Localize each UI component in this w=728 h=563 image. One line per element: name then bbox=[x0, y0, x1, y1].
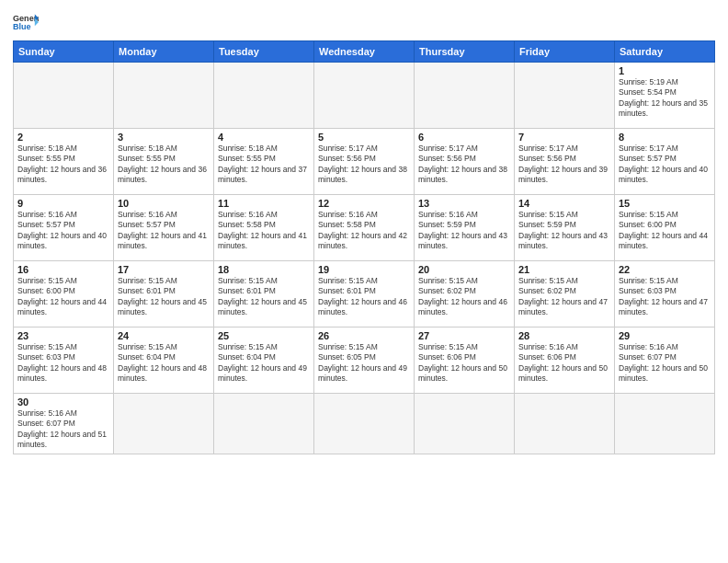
calendar-day bbox=[114, 63, 214, 129]
logo-icon: General Blue bbox=[13, 9, 39, 35]
day-info: Sunrise: 5:15 AM Sunset: 6:05 PM Dayligh… bbox=[318, 342, 410, 385]
day-number: 29 bbox=[619, 330, 711, 341]
day-number: 1 bbox=[619, 65, 711, 76]
day-info: Sunrise: 5:19 AM Sunset: 5:54 PM Dayligh… bbox=[619, 77, 711, 120]
day-number: 16 bbox=[17, 264, 109, 275]
calendar-header-friday: Friday bbox=[515, 41, 615, 63]
calendar-day bbox=[214, 394, 314, 454]
calendar-day: 9Sunrise: 5:16 AM Sunset: 5:57 PM Daylig… bbox=[14, 195, 114, 261]
day-number: 5 bbox=[318, 132, 410, 143]
day-number: 2 bbox=[17, 132, 109, 143]
calendar-day: 30Sunrise: 5:16 AM Sunset: 6:07 PM Dayli… bbox=[14, 394, 114, 454]
calendar-day bbox=[415, 394, 515, 454]
calendar-week-3: 16Sunrise: 5:15 AM Sunset: 6:00 PM Dayli… bbox=[14, 261, 715, 327]
day-info: Sunrise: 5:15 AM Sunset: 6:03 PM Dayligh… bbox=[17, 342, 109, 385]
calendar-day: 15Sunrise: 5:15 AM Sunset: 6:00 PM Dayli… bbox=[615, 195, 715, 261]
calendar-day: 7Sunrise: 5:17 AM Sunset: 5:56 PM Daylig… bbox=[515, 129, 615, 195]
calendar-header-saturday: Saturday bbox=[615, 41, 715, 63]
day-info: Sunrise: 5:18 AM Sunset: 5:55 PM Dayligh… bbox=[118, 144, 210, 186]
day-info: Sunrise: 5:17 AM Sunset: 5:56 PM Dayligh… bbox=[318, 144, 410, 186]
day-info: Sunrise: 5:16 AM Sunset: 5:57 PM Dayligh… bbox=[17, 210, 109, 252]
calendar-day bbox=[515, 63, 615, 129]
calendar-day: 23Sunrise: 5:15 AM Sunset: 6:03 PM Dayli… bbox=[14, 327, 114, 394]
calendar-day bbox=[314, 394, 415, 454]
calendar-header-row: SundayMondayTuesdayWednesdayThursdayFrid… bbox=[14, 41, 715, 63]
day-number: 27 bbox=[418, 330, 510, 341]
calendar-day: 13Sunrise: 5:16 AM Sunset: 5:59 PM Dayli… bbox=[415, 195, 515, 261]
day-number: 13 bbox=[418, 198, 510, 209]
day-number: 20 bbox=[418, 264, 510, 275]
calendar-day: 20Sunrise: 5:15 AM Sunset: 6:02 PM Dayli… bbox=[415, 261, 515, 327]
day-info: Sunrise: 5:16 AM Sunset: 6:07 PM Dayligh… bbox=[17, 408, 109, 451]
calendar-week-1: 2Sunrise: 5:18 AM Sunset: 5:55 PM Daylig… bbox=[14, 129, 715, 195]
calendar-day: 21Sunrise: 5:15 AM Sunset: 6:02 PM Dayli… bbox=[515, 261, 615, 327]
day-info: Sunrise: 5:15 AM Sunset: 6:06 PM Dayligh… bbox=[418, 342, 510, 385]
calendar-week-0: 1Sunrise: 5:19 AM Sunset: 5:54 PM Daylig… bbox=[14, 63, 715, 129]
day-number: 10 bbox=[118, 198, 210, 209]
svg-text:Blue: Blue bbox=[13, 22, 31, 31]
day-info: Sunrise: 5:15 AM Sunset: 6:00 PM Dayligh… bbox=[619, 210, 711, 252]
header: General Blue bbox=[13, 9, 715, 35]
day-number: 26 bbox=[318, 330, 410, 341]
calendar-header-wednesday: Wednesday bbox=[314, 41, 415, 63]
day-number: 4 bbox=[218, 132, 310, 143]
calendar-day: 1Sunrise: 5:19 AM Sunset: 5:54 PM Daylig… bbox=[615, 63, 715, 129]
day-info: Sunrise: 5:15 AM Sunset: 6:01 PM Dayligh… bbox=[118, 276, 210, 318]
calendar-day: 25Sunrise: 5:15 AM Sunset: 6:04 PM Dayli… bbox=[214, 327, 314, 394]
day-number: 15 bbox=[619, 198, 711, 209]
calendar-day bbox=[314, 63, 415, 129]
day-number: 21 bbox=[518, 264, 610, 275]
calendar-header-thursday: Thursday bbox=[415, 41, 515, 63]
calendar-day: 29Sunrise: 5:16 AM Sunset: 6:07 PM Dayli… bbox=[615, 327, 715, 394]
day-info: Sunrise: 5:15 AM Sunset: 6:03 PM Dayligh… bbox=[619, 276, 711, 318]
calendar-day: 4Sunrise: 5:18 AM Sunset: 5:55 PM Daylig… bbox=[214, 129, 314, 195]
calendar-day: 26Sunrise: 5:15 AM Sunset: 6:05 PM Dayli… bbox=[314, 327, 415, 394]
calendar-day bbox=[615, 394, 715, 454]
page: General Blue SundayMondayTuesdayWednesda… bbox=[0, 0, 728, 563]
calendar-day bbox=[114, 394, 214, 454]
day-number: 25 bbox=[218, 330, 310, 341]
calendar-day: 2Sunrise: 5:18 AM Sunset: 5:55 PM Daylig… bbox=[14, 129, 114, 195]
calendar-week-2: 9Sunrise: 5:16 AM Sunset: 5:57 PM Daylig… bbox=[14, 195, 715, 261]
day-number: 18 bbox=[218, 264, 310, 275]
calendar-week-5: 30Sunrise: 5:16 AM Sunset: 6:07 PM Dayli… bbox=[14, 394, 715, 454]
day-info: Sunrise: 5:16 AM Sunset: 6:06 PM Dayligh… bbox=[518, 342, 610, 385]
day-info: Sunrise: 5:16 AM Sunset: 5:59 PM Dayligh… bbox=[418, 210, 510, 252]
day-number: 24 bbox=[118, 330, 210, 341]
calendar-week-4: 23Sunrise: 5:15 AM Sunset: 6:03 PM Dayli… bbox=[14, 327, 715, 394]
calendar-day: 22Sunrise: 5:15 AM Sunset: 6:03 PM Dayli… bbox=[615, 261, 715, 327]
day-info: Sunrise: 5:15 AM Sunset: 5:59 PM Dayligh… bbox=[518, 210, 610, 252]
calendar-day bbox=[214, 63, 314, 129]
day-info: Sunrise: 5:17 AM Sunset: 5:57 PM Dayligh… bbox=[619, 144, 711, 186]
day-number: 22 bbox=[619, 264, 711, 275]
calendar-day: 27Sunrise: 5:15 AM Sunset: 6:06 PM Dayli… bbox=[415, 327, 515, 394]
calendar-day: 18Sunrise: 5:15 AM Sunset: 6:01 PM Dayli… bbox=[214, 261, 314, 327]
day-info: Sunrise: 5:18 AM Sunset: 5:55 PM Dayligh… bbox=[17, 144, 109, 186]
day-number: 23 bbox=[17, 330, 109, 341]
calendar-day: 6Sunrise: 5:17 AM Sunset: 5:56 PM Daylig… bbox=[415, 129, 515, 195]
calendar-day: 16Sunrise: 5:15 AM Sunset: 6:00 PM Dayli… bbox=[14, 261, 114, 327]
day-number: 19 bbox=[318, 264, 410, 275]
day-info: Sunrise: 5:16 AM Sunset: 5:58 PM Dayligh… bbox=[318, 210, 410, 252]
day-info: Sunrise: 5:17 AM Sunset: 5:56 PM Dayligh… bbox=[418, 144, 510, 186]
day-number: 14 bbox=[518, 198, 610, 209]
calendar-day bbox=[515, 394, 615, 454]
logo: General Blue bbox=[13, 9, 39, 35]
day-info: Sunrise: 5:15 AM Sunset: 6:01 PM Dayligh… bbox=[318, 276, 410, 318]
day-number: 30 bbox=[17, 396, 109, 408]
calendar-table: SundayMondayTuesdayWednesdayThursdayFrid… bbox=[13, 40, 715, 454]
day-number: 11 bbox=[218, 198, 310, 209]
day-info: Sunrise: 5:15 AM Sunset: 6:00 PM Dayligh… bbox=[17, 276, 109, 318]
calendar-header-tuesday: Tuesday bbox=[214, 41, 314, 63]
day-number: 28 bbox=[518, 330, 610, 341]
calendar-day: 28Sunrise: 5:16 AM Sunset: 6:06 PM Dayli… bbox=[515, 327, 615, 394]
day-info: Sunrise: 5:15 AM Sunset: 6:02 PM Dayligh… bbox=[418, 276, 510, 318]
calendar-day: 19Sunrise: 5:15 AM Sunset: 6:01 PM Dayli… bbox=[314, 261, 415, 327]
day-number: 9 bbox=[17, 198, 109, 209]
day-info: Sunrise: 5:16 AM Sunset: 6:07 PM Dayligh… bbox=[619, 342, 711, 385]
day-number: 6 bbox=[418, 132, 510, 143]
day-info: Sunrise: 5:18 AM Sunset: 5:55 PM Dayligh… bbox=[218, 144, 310, 186]
calendar-day: 24Sunrise: 5:15 AM Sunset: 6:04 PM Dayli… bbox=[114, 327, 214, 394]
day-info: Sunrise: 5:15 AM Sunset: 6:04 PM Dayligh… bbox=[218, 342, 310, 385]
calendar-day: 5Sunrise: 5:17 AM Sunset: 5:56 PM Daylig… bbox=[314, 129, 415, 195]
